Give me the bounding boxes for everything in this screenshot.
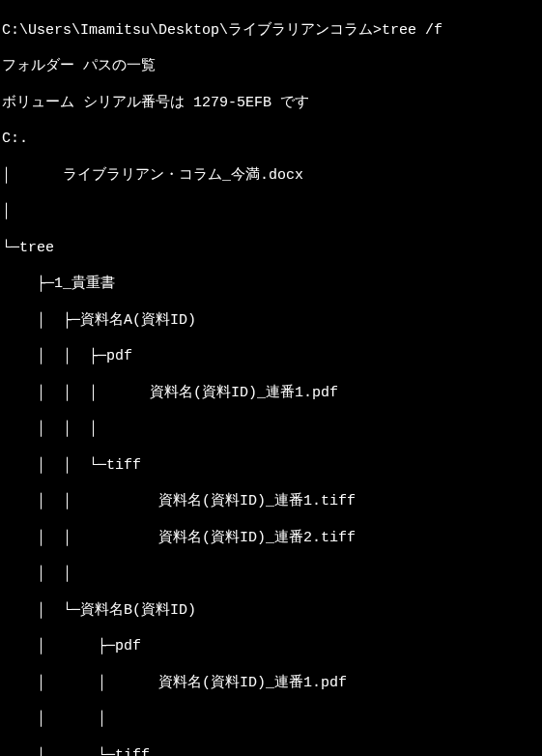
tree-pipe: │ │ [2, 711, 540, 729]
tree-folder-pdf: │ ├─pdf [2, 638, 540, 656]
command-line: C:\Users\Imamitsu\Desktop\ライブラリアンコラム>tre… [2, 22, 540, 41]
tree-folder-1-kichosho: ├─1_貴重書 [2, 276, 540, 294]
volume-serial-label: ボリューム シリアル番号は 1279-5EFB です [2, 95, 540, 113]
terminal-output: C:\Users\Imamitsu\Desktop\ライブラリアンコラム>tre… [0, 0, 542, 756]
tree-file-docx: │ ライブラリアン・コラム_今満.docx [2, 167, 540, 186]
tree-folder-tree: └─tree [2, 240, 540, 258]
tree-folder-tiff: │ │ └─tiff [2, 457, 540, 476]
tree-pipe: │ │ [2, 566, 540, 584]
root-path: C:. [2, 131, 540, 149]
tree-folder-pdf: │ │ ├─pdf [2, 348, 540, 366]
tree-folder-shiryomei-b: │ └─資料名B(資料ID) [2, 602, 540, 621]
tree-file-pdf1: │ │ 資料名(資料ID)_連番1.pdf [2, 675, 540, 693]
tree-folder-shiryomei-a: │ ├─資料名A(資料ID) [2, 312, 540, 331]
tree-folder-tiff: │ └─tiff [2, 747, 540, 756]
tree-file-tiff1: │ │ 資料名(資料ID)_連番1.tiff [2, 493, 540, 511]
folder-path-list-label: フォルダー パスの一覧 [2, 58, 540, 76]
tree-pipe: │ [2, 203, 540, 221]
tree-pipe: │ │ │ [2, 421, 540, 439]
tree-file-tiff2: │ │ 資料名(資料ID)_連番2.tiff [2, 530, 540, 548]
tree-file-pdf1: │ │ │ 資料名(資料ID)_連番1.pdf [2, 385, 540, 403]
